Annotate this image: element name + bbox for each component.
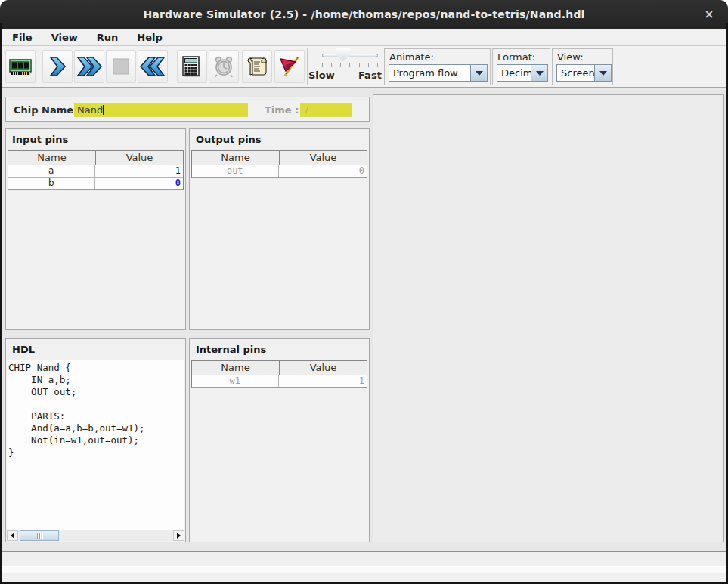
- internal-pins-table: Name Value w1 1: [191, 360, 367, 388]
- menu-help[interactable]: Help: [131, 30, 168, 45]
- load-chip-button[interactable]: [5, 50, 36, 83]
- code-line: }: [8, 446, 184, 459]
- stop-icon: [113, 58, 129, 75]
- stop-button[interactable]: [106, 50, 136, 83]
- chevron-down-icon: [599, 71, 607, 76]
- pin-value: 1: [278, 375, 367, 387]
- pin-name: w1: [192, 375, 278, 387]
- pin-value[interactable]: 1: [94, 165, 184, 177]
- script-button[interactable]: [242, 50, 272, 83]
- clock-icon: [212, 55, 235, 78]
- column-value: Value: [279, 361, 367, 375]
- internal-pins-panel: Internal pins Name Value w1 1: [189, 338, 370, 542]
- hdl-title: HDL: [6, 339, 185, 360]
- script-icon: [246, 55, 268, 78]
- table-row: w1 1: [192, 375, 367, 388]
- time-label: Time :: [265, 104, 299, 116]
- pin-name: a: [8, 165, 94, 177]
- pin-value[interactable]: 0: [94, 178, 184, 189]
- input-pins-panel: Input pins Name Value a 1 b 0: [5, 128, 186, 330]
- close-button[interactable]: ×: [698, 0, 720, 29]
- status-bar: [2, 551, 726, 567]
- chip-name-bar: Chip Name : Nand Time : 7: [5, 97, 370, 122]
- view-dropdown-button[interactable]: [594, 65, 611, 81]
- format-select[interactable]: Decimal: [497, 64, 548, 82]
- speed-slider: Slow Fast: [308, 47, 381, 87]
- view-selected-value: Screen: [557, 65, 594, 81]
- code-line: PARTS:: [8, 410, 184, 422]
- format-selected-value: Decimal: [497, 65, 531, 81]
- animate-select[interactable]: Program flow: [389, 64, 488, 82]
- table-header: Name Value: [8, 151, 183, 165]
- bottom-area: [2, 573, 726, 582]
- code-line: OUT out;: [8, 386, 184, 398]
- bottom-strip: [2, 567, 726, 573]
- column-name: Name: [8, 151, 95, 165]
- chip-name-label: Chip Name :: [14, 104, 81, 116]
- reset-icon: [140, 56, 166, 77]
- calculator-icon: [181, 55, 203, 78]
- view-label: View:: [557, 51, 584, 63]
- table-row: out 0: [192, 165, 367, 178]
- single-step-button[interactable]: [42, 50, 73, 83]
- main-content: Chip Name : Nand Time : 7 Input pins Nam…: [2, 88, 726, 584]
- chip-name-input[interactable]: Nand: [74, 103, 248, 117]
- menu-view[interactable]: View: [45, 30, 84, 45]
- animate-group: Animate: Program flow: [384, 48, 491, 85]
- output-pins-table: Name Value out 0: [191, 150, 367, 178]
- output-pins-title: Output pins: [190, 129, 369, 150]
- scrollbar-thumb[interactable]: [20, 530, 59, 541]
- code-line: IN a,b;: [8, 374, 184, 386]
- toolbar-separator: [307, 48, 308, 85]
- reset-button[interactable]: [138, 50, 168, 83]
- code-line: CHIP Nand {: [8, 362, 184, 374]
- code-line: And(a=a,b=b,out=w1);: [8, 422, 184, 434]
- view-group: View: Screen: [552, 48, 613, 85]
- clock-button[interactable]: [209, 50, 239, 83]
- pin-name: out: [192, 165, 278, 177]
- speed-slider-track[interactable]: [322, 54, 378, 57]
- chevron-down-icon: [476, 71, 483, 76]
- hdl-horizontal-scrollbar[interactable]: [7, 530, 184, 541]
- view-select[interactable]: Screen: [556, 64, 612, 82]
- menu-run[interactable]: Run: [91, 30, 125, 45]
- window-title: Hardware Simulator (2.5) - /home/thomas/…: [143, 8, 584, 20]
- speed-slider-ticks: [322, 63, 378, 68]
- animate-selected-value: Program flow: [389, 65, 470, 81]
- load-chip-icon: [8, 55, 33, 78]
- breakpoint-flag-icon: [278, 55, 301, 78]
- format-dropdown-button[interactable]: [531, 65, 547, 81]
- input-pins-table: Name Value a 1 b 0: [8, 150, 184, 190]
- run-button[interactable]: [74, 50, 104, 83]
- slider-slow-label: Slow: [308, 70, 335, 81]
- format-group: Format: Decimal: [492, 48, 550, 85]
- triangle-left-icon: [11, 533, 14, 539]
- scroll-right-button[interactable]: [173, 530, 184, 541]
- animate-label: Animate:: [389, 51, 434, 63]
- column-name: Name: [192, 151, 279, 165]
- table-row: a 1: [8, 165, 183, 178]
- table-row: b 0: [8, 178, 183, 190]
- table-header: Name Value: [192, 151, 367, 165]
- breakpoint-button[interactable]: [274, 50, 305, 83]
- output-pins-panel: Output pins Name Value out 0: [189, 128, 370, 330]
- speed-slider-thumb[interactable]: [336, 48, 350, 61]
- run-icon: [76, 56, 102, 77]
- scroll-left-button[interactable]: [7, 530, 18, 541]
- slider-fast-label: Fast: [358, 70, 382, 81]
- hdl-panel: HDL CHIP Nand { IN a,b; OUT out; PARTS: …: [5, 338, 186, 542]
- chip-view-panel: [373, 94, 724, 542]
- toolbar: Slow Fast Animate: Program flow Format: …: [2, 47, 726, 88]
- column-value: Value: [95, 151, 183, 165]
- triangle-right-icon: [177, 533, 181, 539]
- animate-dropdown-button[interactable]: [470, 65, 487, 81]
- column-name: Name: [192, 361, 279, 375]
- menu-file[interactable]: File: [6, 30, 39, 45]
- column-value: Value: [279, 151, 367, 165]
- text-cursor: [103, 105, 104, 115]
- eval-button[interactable]: [177, 50, 207, 83]
- table-header: Name Value: [192, 361, 367, 375]
- pin-value: 0: [278, 165, 367, 177]
- time-field: 7: [300, 103, 352, 117]
- titlebar[interactable]: Hardware Simulator (2.5) - /home/thomas/…: [0, 0, 728, 29]
